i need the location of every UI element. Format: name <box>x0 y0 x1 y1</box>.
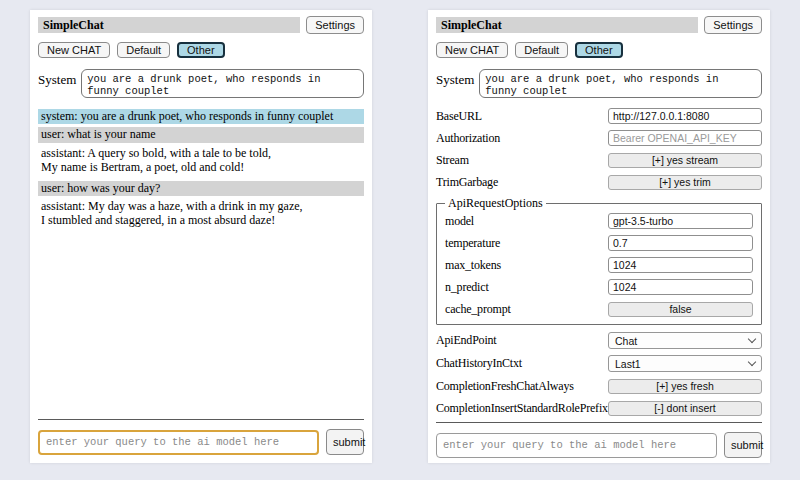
chat-message-system: system: you are a drunk poet, who respon… <box>38 109 364 124</box>
trimgarbage-toggle-button[interactable]: [+] yes trim <box>608 175 762 190</box>
query-input[interactable] <box>38 430 319 455</box>
system-prompt-row: System you are a drunk poet, who respond… <box>38 69 364 98</box>
baseurl-label: BaseURL <box>436 109 608 124</box>
chevron-down-icon <box>748 335 756 343</box>
query-area: submit <box>38 419 364 455</box>
temperature-input[interactable] <box>608 235 753 251</box>
chat-panel-header: SimpleChat Settings <box>38 16 364 34</box>
settings-row: Authorization <box>436 130 762 146</box>
settings-row: n_predict <box>445 279 753 295</box>
chat-message-assistant: assistant: A query so bold, with a tale … <box>38 146 364 176</box>
authorization-label: Authorization <box>436 131 608 146</box>
chat-history-in-ctxt-label: ChatHistoryInCtxt <box>436 356 608 371</box>
authorization-input[interactable] <box>608 130 762 146</box>
session-toolbar: New CHAT Default Other <box>436 42 762 58</box>
chat-message-user: user: what is your name <box>38 127 364 142</box>
chat-history-in-ctxt-select[interactable]: Last1 <box>608 355 762 372</box>
chat-panel: SimpleChat Settings New CHAT Default Oth… <box>30 10 372 463</box>
settings-row: TrimGarbage [+] yes trim <box>436 174 762 190</box>
system-prompt-input[interactable]: you are a drunk poet, who responds in fu… <box>479 69 762 98</box>
baseurl-input[interactable] <box>608 108 762 124</box>
stream-toggle-button[interactable]: [+] yes stream <box>608 153 762 168</box>
api-request-options-fieldset: ApiRequestOptions model temperature max_… <box>436 196 762 325</box>
settings-row: max_tokens <box>445 257 753 273</box>
submit-button[interactable]: submit <box>326 429 364 455</box>
stream-label: Stream <box>436 153 608 168</box>
settings-row: ApiEndPoint Chat <box>436 332 762 349</box>
app-title: SimpleChat <box>38 17 300 33</box>
api-endpoint-label: ApiEndPoint <box>436 333 608 348</box>
page-background: { "colors": { "page_background": "#e7e9f… <box>0 0 800 480</box>
divider <box>38 419 364 420</box>
cache-prompt-label: cache_prompt <box>445 302 608 317</box>
new-chat-button[interactable]: New CHAT <box>436 42 508 58</box>
api-endpoint-selected-value: Chat <box>615 335 637 347</box>
api-endpoint-select[interactable]: Chat <box>608 332 762 349</box>
system-prompt-row: System you are a drunk poet, who respond… <box>436 69 762 98</box>
session-other-button[interactable]: Other <box>177 42 225 58</box>
app-title: SimpleChat <box>436 17 698 33</box>
completion-insert-standard-role-prefix-toggle-button[interactable]: [-] dont insert <box>608 401 762 416</box>
session-default-button[interactable]: Default <box>117 42 170 58</box>
completion-insert-standard-role-prefix-label: CompletionInsertStandardRolePrefix <box>436 401 608 416</box>
query-row: submit <box>38 429 364 455</box>
new-chat-button[interactable]: New CHAT <box>38 42 110 58</box>
query-input[interactable] <box>436 433 717 458</box>
max-tokens-label: max_tokens <box>445 258 608 273</box>
settings-row: BaseURL <box>436 108 762 124</box>
completion-fresh-chat-always-label: CompletionFreshChatAlways <box>436 379 608 394</box>
query-row: submit <box>436 432 762 458</box>
settings-row: ChatHistoryInCtxt Last1 <box>436 355 762 372</box>
chat-history-selected-value: Last1 <box>615 358 641 370</box>
settings-list: BaseURL Authorization Stream [+] yes str… <box>436 108 762 422</box>
model-input[interactable] <box>608 213 753 229</box>
settings-row: Stream [+] yes stream <box>436 152 762 168</box>
system-prompt-label: System <box>436 69 474 98</box>
session-other-button[interactable]: Other <box>575 42 623 58</box>
submit-button[interactable]: submit <box>724 432 762 458</box>
chat-message-assistant: assistant: My day was a haze, with a dri… <box>38 199 364 229</box>
settings-row: CompletionInsertStandardRolePrefix [-] d… <box>436 400 762 416</box>
n-predict-label: n_predict <box>445 280 608 295</box>
system-prompt-label: System <box>38 69 76 98</box>
settings-panel-header: SimpleChat Settings <box>436 16 762 34</box>
settings-row: temperature <box>445 235 753 251</box>
system-prompt-input[interactable]: you are a drunk poet, who responds in fu… <box>81 69 364 98</box>
settings-row: CompletionFreshChatAlways [+] yes fresh <box>436 378 762 394</box>
api-request-options-legend: ApiRequestOptions <box>445 196 546 211</box>
divider <box>436 422 762 423</box>
completion-fresh-chat-always-toggle-button[interactable]: [+] yes fresh <box>608 379 762 394</box>
session-toolbar: New CHAT Default Other <box>38 42 364 58</box>
settings-button[interactable]: Settings <box>704 16 762 34</box>
settings-row: cache_prompt false <box>445 301 753 317</box>
chat-message-user: user: how was your day? <box>38 181 364 196</box>
trimgarbage-label: TrimGarbage <box>436 175 608 190</box>
cache-prompt-toggle-button[interactable]: false <box>608 302 753 317</box>
settings-button[interactable]: Settings <box>306 16 364 34</box>
model-label: model <box>445 214 608 229</box>
query-area: submit <box>436 422 762 458</box>
settings-panel: SimpleChat Settings New CHAT Default Oth… <box>428 10 770 463</box>
chat-message-list: system: you are a drunk poet, who respon… <box>38 109 364 234</box>
temperature-label: temperature <box>445 236 608 251</box>
max-tokens-input[interactable] <box>608 257 753 273</box>
session-default-button[interactable]: Default <box>515 42 568 58</box>
n-predict-input[interactable] <box>608 279 753 295</box>
settings-row: model <box>445 213 753 229</box>
chevron-down-icon <box>748 358 756 366</box>
